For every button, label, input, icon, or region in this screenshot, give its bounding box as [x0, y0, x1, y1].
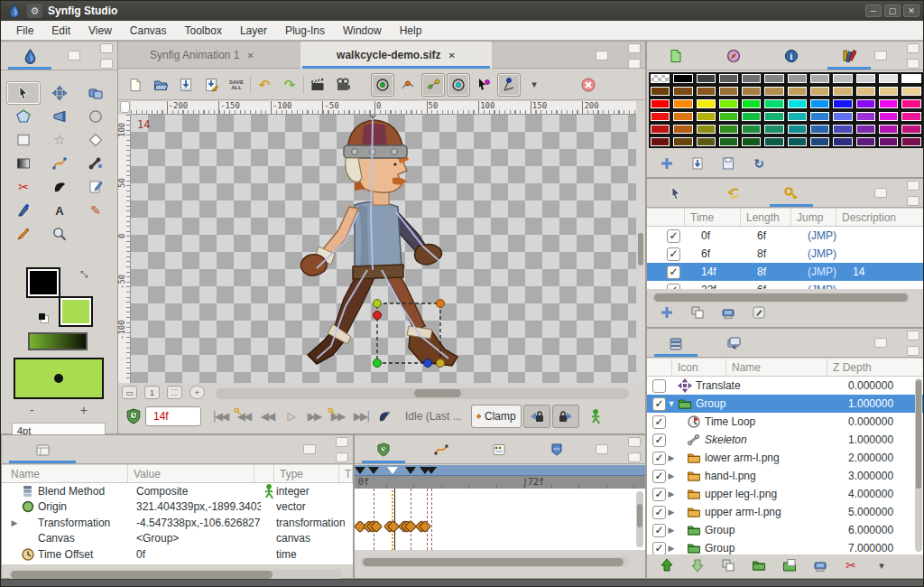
seek-prev-frame-button[interactable]: ◀◀	[255, 405, 279, 427]
time-ruler[interactable]: 0f |72f	[355, 476, 645, 489]
angle-cursor-handles-button[interactable]	[472, 73, 495, 97]
keyframe-row[interactable]: ✓ 14f8f (JMP)14	[647, 263, 924, 281]
palette-color[interactable]	[649, 123, 671, 135]
palette-color[interactable]	[831, 123, 854, 135]
timebar[interactable]	[355, 465, 645, 476]
palette-color[interactable]	[671, 72, 694, 85]
palette-color[interactable]	[740, 123, 762, 135]
tab-palette-editor[interactable]	[820, 42, 878, 70]
camera-button[interactable]	[331, 73, 355, 97]
layer-checkbox[interactable]: ✓	[652, 524, 666, 537]
layer-checkbox[interactable]: ✓	[652, 452, 666, 465]
palette-color[interactable]	[717, 123, 740, 135]
layer-row[interactable]: Translate 0.000000	[647, 377, 924, 395]
layer-row[interactable]: ✓ Time Loop 0.000000	[647, 413, 924, 431]
draw-tool[interactable]	[6, 199, 41, 222]
menu-layer[interactable]: Layer	[232, 23, 275, 39]
palette-color[interactable]	[762, 135, 785, 148]
animate-mode-icon[interactable]	[588, 409, 604, 424]
tab-synfig-animation-1[interactable]: Synfig Animation 1 ✕	[118, 42, 286, 69]
timetrack-hscrollbar[interactable]	[361, 557, 629, 567]
minimize-button[interactable]: ─	[865, 5, 882, 17]
canvas-viewport[interactable]: 14	[131, 115, 636, 383]
tab-canvas-browser[interactable]	[647, 42, 705, 70]
low-res-button[interactable]: ▭	[122, 386, 137, 399]
palette-color[interactable]	[877, 110, 900, 123]
palette-color[interactable]	[855, 85, 877, 98]
tab-close-icon[interactable]: ✕	[448, 51, 456, 61]
lock-future-keyframe-button[interactable]	[552, 405, 579, 428]
layer-checkbox[interactable]: ✓	[652, 397, 666, 411]
fill-color-swatch[interactable]	[59, 296, 93, 327]
palette-color[interactable]	[831, 98, 854, 110]
scale-tool[interactable]	[6, 105, 41, 128]
palette-color[interactable]	[762, 85, 785, 98]
palette-color[interactable]	[695, 123, 717, 135]
dock-handle[interactable]	[596, 437, 642, 462]
palette-color[interactable]	[717, 98, 740, 110]
menu-toolbox[interactable]: Toolbox	[177, 23, 230, 39]
expander-icon[interactable]: ▶	[666, 508, 677, 517]
preview-button[interactable]	[373, 405, 396, 427]
menu-window[interactable]: Window	[335, 23, 390, 39]
redo-button[interactable]: ↷	[278, 73, 301, 97]
layer-checkbox[interactable]: ✓	[652, 542, 666, 555]
palette-color[interactable]	[695, 135, 717, 148]
palette-color[interactable]	[786, 135, 808, 148]
palette-color[interactable]	[786, 98, 808, 110]
star-tool[interactable]: ☆	[42, 128, 77, 152]
palette-color[interactable]	[649, 72, 671, 85]
tab-walkcycle-demo[interactable]: walkcycle-demo.sifz ✕	[300, 42, 492, 69]
palette-color[interactable]	[671, 85, 694, 98]
polygon-tool[interactable]	[79, 128, 113, 152]
gradient-preview[interactable]	[28, 332, 88, 350]
palette-color[interactable]	[762, 110, 785, 123]
keyframe-checkbox[interactable]: ✓	[667, 266, 680, 279]
duplicate-layer-button[interactable]	[717, 555, 739, 575]
seek-begin-button[interactable]: |◀◀	[208, 405, 232, 427]
angle-handles-button[interactable]	[497, 73, 521, 97]
add-color-button[interactable]	[656, 154, 678, 173]
tab-timetrack[interactable]	[355, 436, 412, 463]
palette-color[interactable]	[740, 110, 762, 123]
outline-color-swatch[interactable]	[26, 267, 60, 298]
tab-close-icon[interactable]: ✕	[247, 51, 254, 61]
palette-color[interactable]	[695, 98, 717, 110]
brush-tool[interactable]	[6, 222, 41, 246]
rectangle-tool[interactable]	[6, 128, 41, 152]
swap-colors-icon[interactable]: ⤡	[80, 269, 88, 280]
tab-params[interactable]	[2, 436, 83, 463]
layer-row[interactable]: ✓ ▶ hand-l.png 3.000000	[647, 467, 924, 485]
expander-icon[interactable]: ▶	[666, 471, 677, 480]
layers-vscrollbar[interactable]	[915, 378, 922, 552]
dock-handle[interactable]	[874, 43, 921, 69]
sketch-tool[interactable]: ✎	[79, 199, 113, 222]
palette-color[interactable]	[671, 110, 694, 123]
palette-color[interactable]	[649, 98, 671, 110]
layer-row[interactable]: ✓ ▶ Group 6.000000	[647, 521, 924, 539]
palette-color[interactable]	[740, 135, 762, 148]
palette-color[interactable]	[786, 72, 808, 85]
decrease-size-button[interactable]: -	[30, 403, 34, 417]
keyframe-mark-14[interactable]	[387, 467, 398, 474]
tangent-handles-button[interactable]	[421, 73, 445, 97]
maximize-button[interactable]: ▢	[884, 5, 901, 17]
layer-checkbox[interactable]: ✓	[652, 433, 666, 447]
palette-color[interactable]	[786, 110, 808, 123]
dropdown-button[interactable]: ▾	[522, 73, 546, 97]
palette-color[interactable]	[900, 135, 922, 148]
menu-canvas[interactable]: Canvas	[122, 23, 175, 39]
layer-checkbox[interactable]: ✓	[652, 415, 666, 429]
keyframe-mark-6[interactable]	[368, 467, 379, 474]
menu-edit[interactable]: Edit	[43, 23, 79, 39]
palette-color[interactable]	[808, 85, 831, 98]
seek-next-keyframe-button[interactable]: ▶▶	[326, 405, 349, 427]
layer-row[interactable]: ✓ ▼ Group 1.000000	[647, 395, 924, 413]
raise-layer-button[interactable]	[656, 555, 678, 575]
palette-color[interactable]	[831, 72, 854, 85]
close-button[interactable]: ✕	[903, 5, 919, 17]
palette-color[interactable]	[740, 72, 762, 85]
palette-color[interactable]	[900, 85, 922, 98]
lock-past-keyframe-button[interactable]	[523, 405, 550, 428]
palette-color[interactable]	[717, 85, 740, 98]
